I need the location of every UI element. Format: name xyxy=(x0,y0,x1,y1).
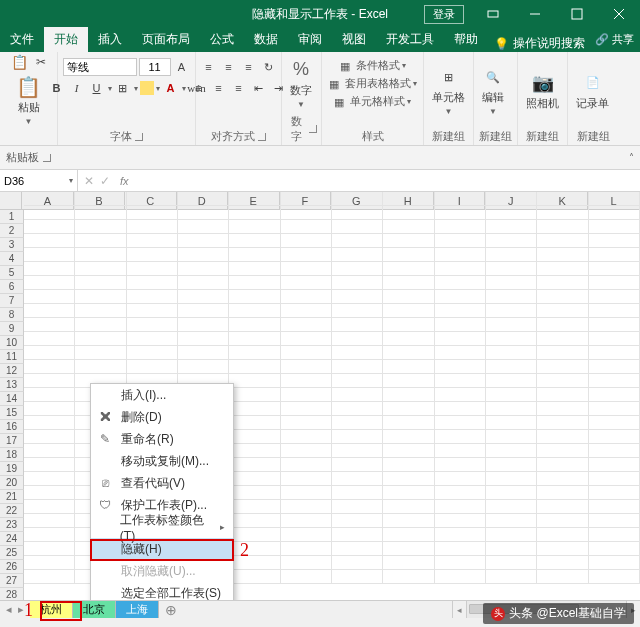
cell[interactable] xyxy=(383,528,434,542)
cell[interactable] xyxy=(383,262,434,276)
share-button[interactable]: 🔗 共享 xyxy=(595,32,634,47)
row-header[interactable]: 20 xyxy=(0,476,24,490)
cell[interactable] xyxy=(24,430,75,444)
cell[interactable] xyxy=(229,556,280,570)
ctx-insert[interactable]: 插入(I)... xyxy=(91,384,233,406)
cell[interactable] xyxy=(486,332,537,346)
cell[interactable] xyxy=(332,332,383,346)
cell[interactable] xyxy=(486,276,537,290)
cell[interactable] xyxy=(24,318,75,332)
row-header[interactable]: 3 xyxy=(0,238,24,252)
cell[interactable] xyxy=(229,360,280,374)
cell[interactable] xyxy=(229,234,280,248)
cell[interactable] xyxy=(332,346,383,360)
cell[interactable] xyxy=(281,402,332,416)
cell[interactable] xyxy=(435,500,486,514)
cell[interactable] xyxy=(383,514,434,528)
cell[interactable] xyxy=(332,248,383,262)
cell[interactable] xyxy=(589,332,640,346)
cell[interactable] xyxy=(24,262,75,276)
cell[interactable] xyxy=(229,304,280,318)
cell[interactable] xyxy=(435,556,486,570)
cell[interactable] xyxy=(229,346,280,360)
tab-file[interactable]: 文件 xyxy=(0,27,44,52)
cell[interactable] xyxy=(383,430,434,444)
cell[interactable] xyxy=(281,318,332,332)
tab-view[interactable]: 视图 xyxy=(332,27,376,52)
cell[interactable] xyxy=(589,430,640,444)
cell[interactable] xyxy=(486,374,537,388)
cell[interactable] xyxy=(281,458,332,472)
cell[interactable] xyxy=(229,374,280,388)
cell[interactable] xyxy=(486,318,537,332)
cell[interactable] xyxy=(24,276,75,290)
cell[interactable] xyxy=(537,402,588,416)
cell[interactable] xyxy=(486,458,537,472)
cell[interactable] xyxy=(589,570,640,584)
cell[interactable] xyxy=(486,234,537,248)
cell[interactable] xyxy=(24,458,75,472)
cell[interactable] xyxy=(486,262,537,276)
cell[interactable] xyxy=(24,542,75,556)
minimize-icon[interactable] xyxy=(514,0,556,28)
cell[interactable] xyxy=(281,374,332,388)
cell[interactable] xyxy=(486,402,537,416)
cell[interactable] xyxy=(229,570,280,584)
cell[interactable] xyxy=(589,486,640,500)
row-header[interactable]: 12 xyxy=(0,364,24,378)
cell[interactable] xyxy=(127,192,178,206)
cell[interactable] xyxy=(24,556,75,570)
cell[interactable] xyxy=(332,262,383,276)
tell-me[interactable]: 💡 操作说明搜索 xyxy=(488,35,591,52)
tab-developer[interactable]: 开发工具 xyxy=(376,27,444,52)
fx-label[interactable]: fx xyxy=(116,170,133,191)
cell[interactable] xyxy=(589,192,640,206)
cancel-formula-icon[interactable]: ✕ xyxy=(84,174,94,188)
cell[interactable] xyxy=(75,346,126,360)
cell[interactable] xyxy=(537,528,588,542)
cell[interactable] xyxy=(435,192,486,206)
align-middle-icon[interactable]: ≡ xyxy=(220,58,238,76)
cell[interactable] xyxy=(435,248,486,262)
cell[interactable] xyxy=(537,388,588,402)
clipboard-icon[interactable]: 📋 xyxy=(11,54,28,70)
cell[interactable] xyxy=(281,514,332,528)
cell[interactable] xyxy=(229,542,280,556)
sheet-nav-left-icon[interactable]: ◂ xyxy=(6,603,12,616)
ctx-rename[interactable]: ✎重命名(R) xyxy=(91,428,233,450)
cell[interactable] xyxy=(486,514,537,528)
cell[interactable] xyxy=(537,304,588,318)
cell[interactable] xyxy=(281,220,332,234)
font-size-input[interactable] xyxy=(139,58,171,76)
cell[interactable] xyxy=(383,220,434,234)
dialog-launcher-icon[interactable] xyxy=(43,154,51,162)
cell[interactable] xyxy=(24,486,75,500)
cell[interactable] xyxy=(127,248,178,262)
cell[interactable] xyxy=(589,304,640,318)
cell[interactable] xyxy=(383,486,434,500)
row-header[interactable]: 8 xyxy=(0,308,24,322)
cell[interactable] xyxy=(75,206,126,220)
row-header[interactable]: 18 xyxy=(0,448,24,462)
border-button[interactable]: ⊞ xyxy=(114,79,132,97)
hscroll-left-icon[interactable]: ◂ xyxy=(452,601,466,618)
close-icon[interactable] xyxy=(598,0,640,28)
cell[interactable] xyxy=(435,374,486,388)
cell[interactable] xyxy=(127,332,178,346)
cell[interactable] xyxy=(332,444,383,458)
cell[interactable] xyxy=(281,332,332,346)
cell[interactable] xyxy=(127,234,178,248)
cell[interactable] xyxy=(127,318,178,332)
cell[interactable] xyxy=(383,570,434,584)
row-header[interactable]: 5 xyxy=(0,266,24,280)
cell[interactable] xyxy=(589,458,640,472)
align-top-icon[interactable]: ≡ xyxy=(200,58,218,76)
cell[interactable] xyxy=(178,220,229,234)
cell[interactable] xyxy=(229,262,280,276)
cell[interactable] xyxy=(332,276,383,290)
cell[interactable] xyxy=(486,220,537,234)
cell[interactable] xyxy=(383,416,434,430)
cell[interactable] xyxy=(435,528,486,542)
table-format-button[interactable]: ▦套用表格格式 ▾ xyxy=(329,76,417,91)
cell[interactable] xyxy=(486,360,537,374)
